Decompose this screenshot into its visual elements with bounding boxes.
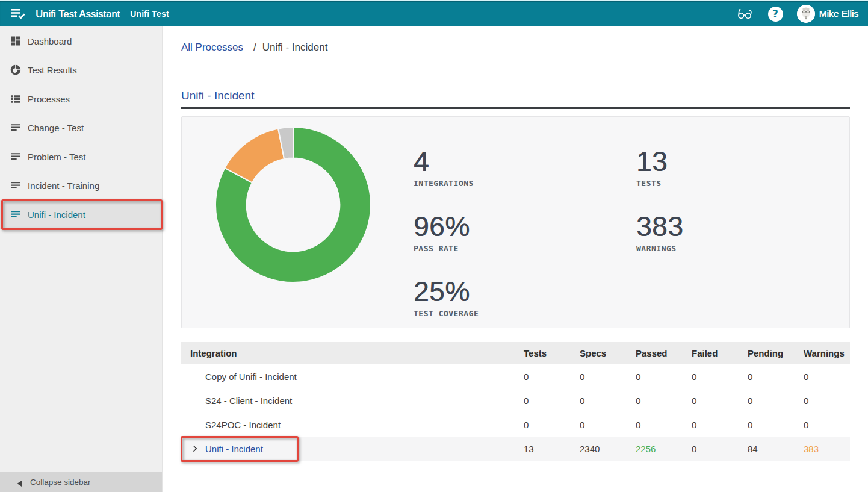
- integration-name-cell: Copy of Unifi - Incident: [181, 372, 524, 382]
- table-header-row: IntegrationTestsSpecsPassedFailedPending…: [181, 342, 850, 364]
- stat-warnings: 383WARNINGS: [636, 216, 835, 253]
- sidebar-item-label: Processes: [28, 94, 70, 104]
- stat-label: TEST COVERAGE: [414, 309, 612, 318]
- eyeglasses-icon[interactable]: [736, 7, 754, 21]
- collapse-sidebar-button[interactable]: Collapse sidebar: [0, 472, 162, 492]
- breadcrumb-separator: /: [253, 42, 256, 54]
- heading-rule: [181, 107, 850, 109]
- integration-link[interactable]: Unifi - Incident: [205, 444, 263, 454]
- breadcrumb-current: Unifi - Incident: [262, 42, 328, 54]
- breadcrumb-all-processes-link[interactable]: All Processes: [181, 42, 243, 54]
- cell-specs: 2340: [580, 444, 636, 454]
- cell-failed: 0: [692, 444, 748, 454]
- list-icon: [10, 93, 22, 105]
- sidebar-item-unifi-incident[interactable]: Unifi - Incident: [0, 200, 162, 229]
- sidebar-item-label: Change - Test: [28, 123, 84, 133]
- sidebar-item-problem-test[interactable]: Problem - Test: [0, 142, 162, 171]
- cell-warnings: 383: [804, 444, 850, 454]
- stat-value: 383: [636, 216, 835, 237]
- stat-label: PASS RATE: [414, 244, 612, 253]
- sidebar-nav-list: DashboardTest ResultsProcessesChange - T…: [0, 26, 162, 229]
- cell-passed: 0: [636, 420, 692, 430]
- cell-specs: 0: [580, 420, 636, 430]
- notes-icon: [10, 208, 22, 220]
- summary-panel: 4INTEGRATIONS96%PASS RATE25%TEST COVERAG…: [181, 116, 850, 328]
- column-header-failed: Failed: [692, 348, 748, 358]
- column-header-tests: Tests: [524, 348, 580, 358]
- cell-pending: 0: [748, 420, 804, 430]
- column-header-pending: Pending: [748, 348, 804, 358]
- stat-tests: 13TESTS: [636, 151, 835, 188]
- dashboard-icon: [10, 35, 22, 47]
- cell-warnings: 0: [804, 420, 850, 430]
- integration-name: Copy of Unifi - Incident: [205, 372, 297, 382]
- donut-chart: [215, 126, 371, 283]
- avatar[interactable]: [797, 5, 815, 23]
- notes-icon: [10, 151, 22, 163]
- cell-tests: 13: [524, 444, 580, 454]
- integration-name: S24POC - Incident: [205, 420, 281, 430]
- collapse-arrow-icon: [16, 479, 22, 485]
- pie-chart-icon: [10, 64, 22, 76]
- breadcrumb: All Processes / Unifi - Incident: [181, 26, 850, 69]
- cell-specs: 0: [580, 396, 636, 406]
- cell-pending: 84: [748, 444, 804, 454]
- breadcrumb-divider: [181, 69, 850, 69]
- cell-passed: 0: [636, 396, 692, 406]
- cell-passed: 0: [636, 372, 692, 382]
- sidebar-item-label: Problem - Test: [28, 152, 85, 162]
- table-body: Copy of Unifi - Incident000000S24 - Clie…: [181, 364, 850, 461]
- collapse-sidebar-label: Collapse sidebar: [30, 478, 91, 487]
- cell-failed: 0: [692, 396, 748, 406]
- column-header-integration: Integration: [181, 348, 524, 358]
- cell-specs: 0: [580, 372, 636, 382]
- menu-check-icon[interactable]: [11, 7, 26, 20]
- notes-icon: [10, 179, 22, 192]
- stat-pass-rate: 96%PASS RATE: [414, 216, 612, 253]
- app-subtitle: Unifi Test: [130, 9, 169, 19]
- sidebar-item-change-test[interactable]: Change - Test: [0, 113, 162, 142]
- stat-value: 4: [414, 151, 612, 172]
- stat-test-coverage: 25%TEST COVERAGE: [414, 281, 612, 318]
- cell-pending: 0: [748, 372, 804, 382]
- top-app-bar: Unifi Test Assistant Unifi Test ?: [0, 1, 868, 26]
- chevron-right-icon[interactable]: [190, 444, 199, 453]
- cell-passed: 2256: [636, 444, 692, 454]
- cell-failed: 0: [692, 372, 748, 382]
- table-row-s24poc-incident: S24POC - Incident000000: [181, 413, 850, 437]
- cell-tests: 0: [524, 420, 580, 430]
- sidebar: DashboardTest ResultsProcessesChange - T…: [0, 26, 163, 492]
- sidebar-item-label: Dashboard: [28, 36, 72, 46]
- main-content: All Processes / Unifi - Incident Unifi -…: [163, 26, 868, 492]
- cell-warnings: 0: [804, 396, 850, 406]
- stat-value: 25%: [414, 281, 612, 302]
- integration-name-cell: S24POC - Incident: [181, 420, 524, 430]
- help-icon[interactable]: ?: [768, 7, 783, 22]
- sidebar-item-label: Unifi - Incident: [28, 210, 85, 220]
- integration-name: S24 - Client - Incident: [205, 396, 292, 406]
- column-header-specs: Specs: [580, 348, 636, 358]
- column-header-warnings: Warnings: [804, 348, 850, 358]
- page-title: Unifi - Incident: [181, 89, 850, 102]
- sidebar-item-incident-training[interactable]: Incident - Training: [0, 171, 162, 200]
- stat-value: 96%: [414, 216, 612, 237]
- sidebar-item-dashboard[interactable]: Dashboard: [0, 26, 162, 55]
- cell-pending: 0: [748, 396, 804, 406]
- sidebar-item-label: Test Results: [28, 65, 77, 75]
- user-name[interactable]: Mike Ellis: [819, 8, 858, 19]
- sidebar-item-label: Incident - Training: [28, 181, 99, 191]
- app-title: Unifi Test Assistant: [36, 8, 120, 20]
- cell-tests: 0: [524, 372, 580, 382]
- sidebar-item-processes[interactable]: Processes: [0, 84, 162, 113]
- integration-name-cell: S24 - Client - Incident: [181, 396, 524, 406]
- table-row-s24-client-incident: S24 - Client - Incident000000: [181, 388, 850, 413]
- cell-tests: 0: [524, 396, 580, 406]
- stat-label: INTEGRATIONS: [414, 179, 612, 188]
- integration-name-cell: Unifi - Incident: [181, 444, 524, 454]
- sidebar-item-test-results[interactable]: Test Results: [0, 55, 162, 84]
- integration-table: IntegrationTestsSpecsPassedFailedPending…: [181, 342, 850, 461]
- column-header-passed: Passed: [636, 348, 692, 358]
- table-row-unifi-incident: Unifi - Incident1323402256084383: [181, 437, 850, 461]
- notes-icon: [10, 122, 22, 134]
- stat-label: TESTS: [636, 179, 835, 188]
